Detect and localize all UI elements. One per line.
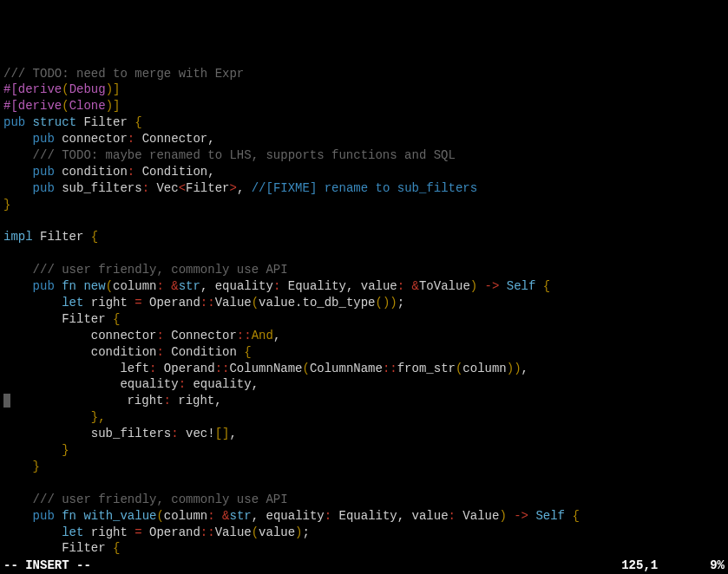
paren: (: [156, 509, 163, 523]
keyword: pub: [3, 509, 55, 523]
impl-target: Filter: [33, 230, 91, 244]
struct-lit: Condition: [164, 345, 244, 359]
type: ToValue: [419, 279, 470, 293]
brace: }: [3, 460, 40, 473]
vim-mode: -- INSERT --: [3, 558, 91, 574]
brace: },: [3, 410, 106, 424]
field: left: [3, 362, 149, 375]
enum: Operand: [156, 362, 214, 375]
field: right: [10, 394, 163, 408]
paren: ): [295, 525, 302, 539]
type: Vec: [149, 181, 179, 195]
type: str: [230, 509, 252, 523]
paren: )): [507, 362, 521, 375]
field: sub_filters: [3, 427, 171, 440]
eq: =: [134, 296, 141, 310]
param: Equality, value: [280, 279, 397, 293]
call: value.to_db_type: [259, 296, 375, 310]
var: value: [259, 525, 295, 539]
attribute: #[derive: [3, 99, 62, 113]
param: column: [164, 509, 207, 523]
paren: ): [470, 279, 477, 293]
cursor-icon: [3, 394, 10, 408]
attribute: #[derive: [3, 82, 62, 96]
angle: <: [179, 181, 186, 195]
doc-comment: /// TODO: maybe renamed to LHS, supports…: [3, 148, 456, 162]
angle: >: [229, 181, 236, 195]
brace: {: [91, 230, 98, 244]
scope: ::: [237, 329, 252, 342]
keyword: fn: [55, 509, 76, 523]
paren: (: [252, 296, 259, 310]
colon: :: [449, 509, 456, 523]
comma: ,: [273, 329, 280, 342]
var: column: [462, 362, 506, 375]
brace: }: [3, 198, 10, 212]
amp: &: [404, 279, 419, 293]
keyword: let: [3, 296, 83, 310]
scope: ::: [200, 525, 215, 539]
comma: ,: [229, 427, 236, 440]
doc-comment: /// user friendly, commonly use API: [3, 263, 288, 277]
val: equality,: [186, 377, 259, 391]
paren: (: [62, 99, 69, 113]
colon: :: [128, 132, 134, 146]
field: connector: [55, 132, 128, 146]
eq: =: [134, 525, 141, 539]
keyword: impl: [3, 230, 33, 244]
struct-lit: Filter: [3, 541, 113, 555]
arrow: ->: [507, 509, 536, 523]
paren: ): [499, 509, 506, 523]
doc-comment: /// TODO: need to merge with Expr: [3, 67, 244, 81]
variant: Value: [215, 296, 252, 310]
keyword: fn: [55, 279, 76, 293]
semi: ;: [303, 525, 310, 539]
arrow: ->: [477, 279, 507, 293]
field: connector: [3, 329, 156, 342]
colon: :: [156, 329, 163, 342]
param: column: [113, 279, 156, 293]
field: condition: [55, 165, 128, 179]
code-editor[interactable]: /// TODO: need to merge with Expr #[deri…: [0, 66, 728, 574]
field: sub_filters: [55, 181, 142, 195]
enum: Operand: [142, 296, 200, 310]
cursor-position: 125,1: [621, 558, 658, 574]
fn-name: with_value: [76, 509, 156, 523]
colon: :: [207, 509, 214, 523]
type: Value: [456, 509, 499, 523]
paren: (: [106, 279, 113, 293]
keyword: pub: [3, 132, 55, 146]
colon: :: [163, 394, 170, 408]
paren: (: [302, 362, 309, 375]
param: , equality: [252, 509, 325, 523]
val: right,: [171, 394, 222, 408]
paren: )]: [106, 99, 121, 113]
keyword: pub: [3, 165, 55, 179]
field: equality: [3, 377, 179, 391]
field: condition: [3, 345, 156, 359]
type: Condition,: [134, 165, 214, 179]
colon: :: [156, 279, 163, 293]
keyword: pub: [3, 279, 55, 293]
semi: ;: [397, 296, 404, 310]
status-right: 125,1 9%: [621, 558, 725, 574]
keyword: pub: [3, 181, 55, 195]
var: right: [83, 525, 134, 539]
type: ColumnName: [310, 362, 383, 375]
scope: ::: [383, 362, 397, 375]
paren: (: [62, 82, 69, 96]
type: str: [179, 279, 200, 293]
punct: ,: [237, 181, 252, 195]
comment: //[FIXME] rename to sub_filters: [252, 181, 477, 195]
paren: )]: [106, 82, 121, 96]
brace: {: [113, 312, 120, 326]
variant: Value: [215, 525, 252, 539]
macro: vec!: [179, 427, 215, 440]
scroll-percent: 9%: [710, 558, 725, 574]
colon: :: [142, 181, 149, 195]
brace: }: [3, 443, 69, 457]
self-type: Self: [507, 279, 536, 293]
colon: :: [156, 345, 163, 359]
status-bar: -- INSERT -- 125,1 9%: [0, 558, 728, 574]
struct-lit: Filter: [3, 312, 113, 326]
